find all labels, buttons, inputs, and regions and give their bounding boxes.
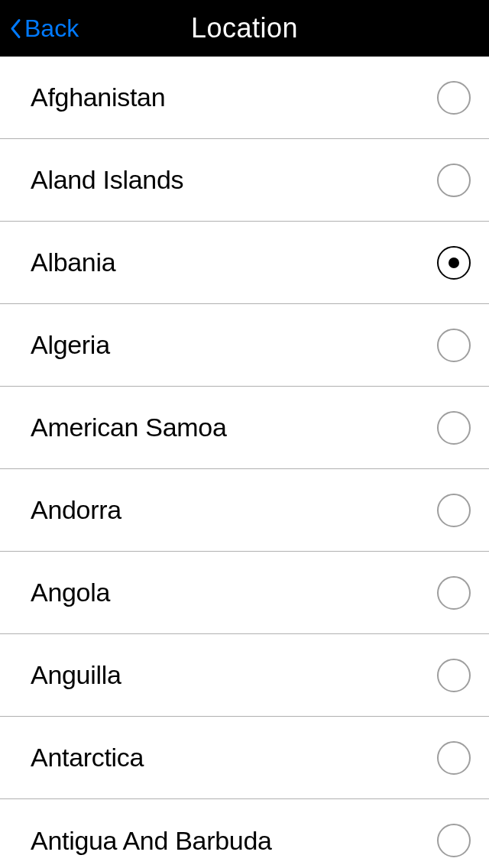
radio-icon[interactable] <box>437 824 471 857</box>
back-button[interactable]: Back <box>9 15 79 43</box>
page-title: Location <box>191 12 298 44</box>
radio-icon[interactable] <box>437 741 471 775</box>
radio-icon[interactable] <box>437 81 471 115</box>
list-item[interactable]: Albania <box>0 222 489 304</box>
list-item[interactable]: Angola <box>0 552 489 634</box>
location-label: Antigua And Barbuda <box>31 826 272 856</box>
back-button-label: Back <box>24 15 79 43</box>
location-label: Albania <box>31 248 115 277</box>
list-item[interactable]: Andorra <box>0 469 489 552</box>
location-label: Andorra <box>31 495 121 525</box>
radio-icon[interactable] <box>437 494 471 527</box>
radio-icon[interactable] <box>437 164 471 197</box>
location-label: Antarctica <box>31 743 144 772</box>
header-bar: Back Location <box>0 0 489 57</box>
location-label: Algeria <box>31 330 110 360</box>
list-item[interactable]: Afghanistan <box>0 57 489 139</box>
list-item[interactable]: Aland Islands <box>0 139 489 222</box>
location-list: AfghanistanAland IslandsAlbaniaAlgeriaAm… <box>0 57 489 868</box>
location-label: Aland Islands <box>31 165 183 195</box>
list-item[interactable]: Anguilla <box>0 634 489 717</box>
location-label: American Samoa <box>31 413 227 442</box>
list-item[interactable]: Algeria <box>0 304 489 387</box>
radio-icon[interactable] <box>437 411 471 445</box>
radio-icon[interactable] <box>437 246 471 280</box>
location-label: Anguilla <box>31 660 121 690</box>
radio-dot-icon <box>449 257 459 268</box>
location-label: Angola <box>31 578 110 607</box>
radio-icon[interactable] <box>437 576 471 610</box>
chevron-left-icon <box>9 18 21 39</box>
location-label: Afghanistan <box>31 83 165 112</box>
list-item[interactable]: Antigua And Barbuda <box>0 799 489 868</box>
radio-icon[interactable] <box>437 659 471 692</box>
list-item[interactable]: Antarctica <box>0 717 489 799</box>
list-item[interactable]: American Samoa <box>0 387 489 469</box>
radio-icon[interactable] <box>437 329 471 362</box>
